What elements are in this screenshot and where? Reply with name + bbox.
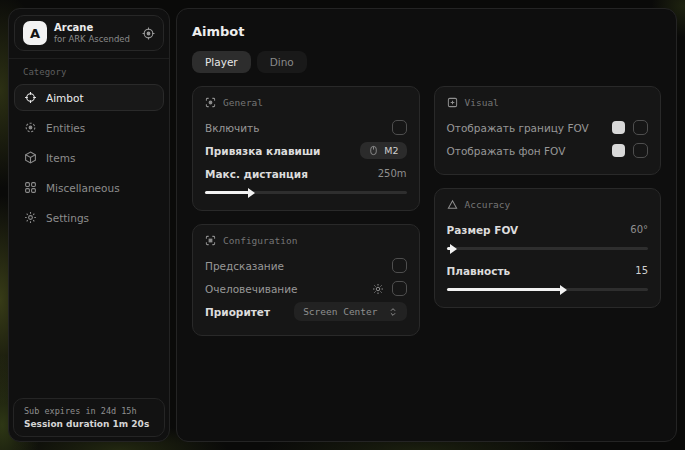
fov-border-row: Отображать границу FOV bbox=[447, 116, 649, 139]
app-titles: Arcane for ARK Ascended bbox=[54, 22, 130, 44]
panel-configuration: Configuration Предсказание Очеловечивани… bbox=[192, 224, 420, 336]
subscription-status-card: Sub expires in 24d 15h Session duration … bbox=[13, 398, 165, 437]
panel-visual: Visual Отображать границу FOV Отображать… bbox=[434, 86, 662, 175]
panel-title: General bbox=[223, 97, 263, 108]
enable-checkbox[interactable] bbox=[392, 120, 407, 135]
prediction-label: Предсказание bbox=[205, 260, 284, 272]
fov-bg-row: Отображать фон FOV bbox=[447, 139, 649, 162]
humanize-controls bbox=[372, 281, 407, 296]
tab-bar: Player Dino bbox=[192, 51, 661, 73]
grid-icon bbox=[24, 181, 37, 194]
fov-size-row: Размер FOV 60° bbox=[447, 218, 649, 241]
panel-title: Accuracy bbox=[465, 199, 511, 210]
fov-bg-label: Отображать фон FOV bbox=[447, 145, 566, 157]
right-column: Visual Отображать границу FOV Отображать… bbox=[434, 86, 662, 308]
smoothness-label: Плавность bbox=[447, 265, 511, 277]
scan-icon bbox=[24, 121, 37, 134]
fov-bg-controls bbox=[612, 143, 648, 158]
crosshair-icon bbox=[24, 91, 37, 104]
gear-icon[interactable] bbox=[372, 283, 384, 295]
keybind-row: Привязка клавиши M2 bbox=[205, 139, 407, 162]
panel-general-header: General bbox=[205, 97, 407, 108]
sidebar-header-section: A Arcane for ARK Ascended bbox=[9, 9, 169, 59]
fov-border-label: Отображать границу FOV bbox=[447, 122, 589, 134]
app-window: A Arcane for ARK Ascended Category bbox=[8, 8, 677, 442]
sidebar-item-label: Entities bbox=[46, 122, 85, 134]
prediction-row: Предсказание bbox=[205, 254, 407, 277]
panel-accuracy: Accuracy Размер FOV 60° Плавность bbox=[434, 188, 662, 308]
app-name: Arcane bbox=[54, 22, 130, 33]
logo-letter: A bbox=[30, 26, 40, 41]
sidebar-item-label: Items bbox=[46, 152, 75, 164]
scan-person-icon bbox=[205, 97, 216, 108]
sidebar-item-label: Miscellaneous bbox=[46, 182, 120, 194]
distance-slider-fill bbox=[205, 191, 249, 194]
panel-title: Configuration bbox=[223, 235, 297, 246]
distance-value: 250m bbox=[378, 168, 407, 179]
category-label: Category bbox=[9, 59, 169, 82]
page-title: Aimbot bbox=[192, 24, 661, 39]
panel-visual-header: Visual bbox=[447, 97, 649, 108]
humanize-label: Очеловечивание bbox=[205, 283, 298, 295]
keybind-button[interactable]: M2 bbox=[360, 142, 406, 159]
distance-row: Макс. дистанция 250m bbox=[205, 162, 407, 185]
keybind-value: M2 bbox=[384, 145, 398, 156]
chevron-up-down-icon bbox=[388, 307, 398, 317]
smoothness-slider-fill bbox=[447, 288, 562, 291]
sidebar-item-label: Aimbot bbox=[46, 92, 84, 104]
distance-label: Макс. дистанция bbox=[205, 168, 308, 180]
enable-row: Включить bbox=[205, 116, 407, 139]
triangle-icon bbox=[447, 199, 458, 210]
prediction-checkbox[interactable] bbox=[392, 258, 407, 273]
sidebar: A Arcane for ARK Ascended Category bbox=[8, 8, 170, 442]
fov-border-checkbox[interactable] bbox=[633, 120, 648, 135]
sidebar-item-label: Settings bbox=[46, 212, 89, 224]
sub-expires-text: Sub expires in 24d 15h bbox=[24, 406, 154, 416]
sidebar-item-miscellaneous[interactable]: Miscellaneous bbox=[14, 174, 164, 201]
smoothness-slider-handle[interactable] bbox=[560, 285, 567, 295]
tab-player[interactable]: Player bbox=[192, 51, 251, 73]
sidebar-item-aimbot[interactable]: Aimbot bbox=[14, 84, 164, 111]
humanize-row: Очеловечивание bbox=[205, 277, 407, 300]
fov-border-color-swatch[interactable] bbox=[612, 121, 625, 134]
left-column: General Включить Привязка клавиши bbox=[192, 86, 420, 336]
panel-accuracy-header: Accuracy bbox=[447, 199, 649, 210]
priority-label: Приоритет bbox=[205, 306, 270, 318]
box-icon bbox=[24, 151, 37, 164]
fov-size-slider-handle[interactable] bbox=[450, 244, 457, 254]
fov-size-label: Размер FOV bbox=[447, 224, 519, 236]
priority-value: Screen Center bbox=[303, 306, 377, 317]
app-logo: A bbox=[23, 21, 47, 45]
smoothness-value: 15 bbox=[635, 265, 648, 276]
tab-dino[interactable]: Dino bbox=[257, 51, 307, 73]
panel-columns: General Включить Привязка клавиши bbox=[192, 86, 661, 336]
tune-icon bbox=[205, 235, 216, 246]
app-header-card: A Arcane for ARK Ascended bbox=[14, 15, 164, 51]
image-icon bbox=[447, 97, 458, 108]
keybind-label: Привязка клавиши bbox=[205, 145, 320, 157]
sidebar-item-entities[interactable]: Entities bbox=[14, 114, 164, 141]
distance-slider-handle[interactable] bbox=[248, 188, 255, 198]
fov-size-value: 60° bbox=[630, 224, 648, 235]
app-subtitle: for ARK Ascended bbox=[54, 34, 130, 44]
sidebar-nav: Aimbot Entities Items bbox=[9, 82, 169, 233]
sidebar-item-settings[interactable]: Settings bbox=[14, 204, 164, 231]
fov-size-slider[interactable] bbox=[447, 247, 649, 250]
main-content: Aimbot Player Dino General bbox=[176, 8, 677, 442]
priority-dropdown[interactable]: Screen Center bbox=[294, 302, 406, 321]
humanize-checkbox[interactable] bbox=[392, 281, 407, 296]
smoothness-row: Плавность 15 bbox=[447, 259, 649, 282]
fov-bg-checkbox[interactable] bbox=[633, 143, 648, 158]
gear-icon bbox=[24, 211, 37, 224]
sidebar-item-items[interactable]: Items bbox=[14, 144, 164, 171]
fov-border-controls bbox=[612, 120, 648, 135]
smoothness-slider[interactable] bbox=[447, 288, 649, 291]
fov-bg-color-swatch[interactable] bbox=[612, 144, 625, 157]
panel-title: Visual bbox=[465, 97, 499, 108]
session-duration-text: Session duration 1m 20s bbox=[24, 419, 154, 429]
target-icon[interactable] bbox=[142, 27, 155, 40]
enable-label: Включить bbox=[205, 122, 259, 134]
panel-configuration-header: Configuration bbox=[205, 235, 407, 246]
panel-general: General Включить Привязка клавиши bbox=[192, 86, 420, 211]
distance-slider[interactable] bbox=[205, 191, 407, 194]
